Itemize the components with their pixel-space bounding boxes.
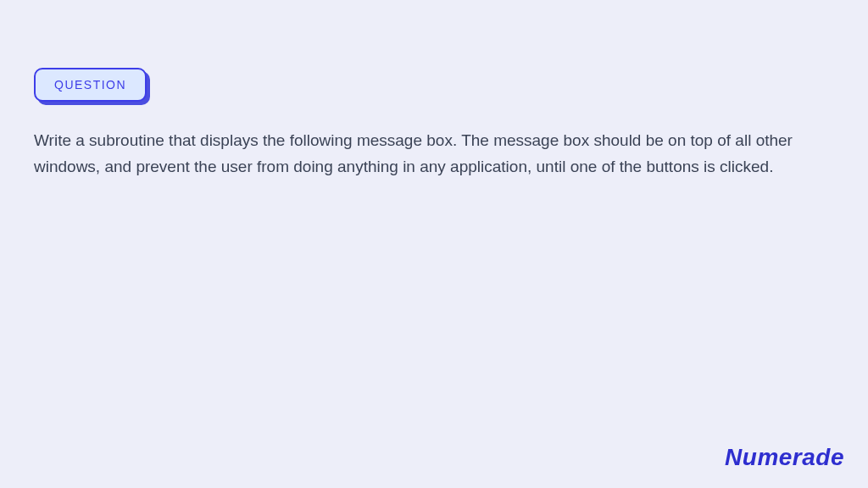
question-text: Write a subroutine that displays the fol… [34, 127, 822, 180]
question-badge: QUESTION [34, 68, 147, 102]
question-badge-wrapper: QUESTION [34, 68, 147, 102]
brand-logo: Numerade [725, 444, 844, 471]
brand-name: Numerade [725, 444, 844, 470]
question-card: QUESTION Write a subroutine that display… [0, 0, 868, 214]
